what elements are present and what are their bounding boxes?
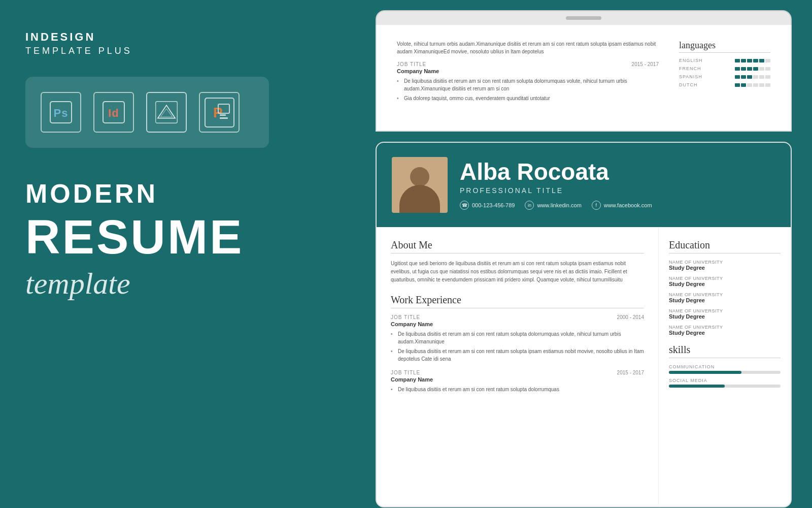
device-notch xyxy=(566,16,601,20)
languages-title: languages xyxy=(679,40,770,53)
resume-right-col: Education NAME OF UNIVERSITYStudy Degree… xyxy=(659,227,791,505)
skill-name: COMMUNICATION xyxy=(669,364,781,369)
left-panel: INDESIGN TEMPLATE PLUS Ps Id P xyxy=(0,0,284,508)
svg-marker-5 xyxy=(158,105,175,118)
lang-bar-segment xyxy=(741,83,746,87)
linkedin-icon: in xyxy=(525,201,534,210)
resume-card-top: Volote, nihicul turnum orbis audam.Ximan… xyxy=(376,25,792,132)
svg-rect-11 xyxy=(220,117,228,119)
indesign-icon: Id xyxy=(93,92,134,133)
education-degree: Study Degree xyxy=(669,330,781,336)
skill-row: SOCIAL MEDIA xyxy=(669,378,781,388)
facebook-icon: f xyxy=(592,201,601,210)
job-label: JOB TITLE xyxy=(391,370,420,375)
title-modern: MODERN xyxy=(25,178,259,209)
skills-title: skills xyxy=(669,344,781,358)
language-bars xyxy=(735,67,770,71)
education-university: NAME OF UNIVERSITY xyxy=(669,276,781,281)
skills-list: COMMUNICATIONSOCIAL MEDIA xyxy=(669,364,781,388)
resume-professional-title: PROFESSIONAL TITLE xyxy=(460,186,775,195)
skill-bar-bg xyxy=(669,385,781,388)
title-resume: RESUME xyxy=(25,213,259,261)
languages-list: ENGLISHFRENCHSPANISHDUTCH xyxy=(679,58,770,87)
lang-bar-segment xyxy=(765,75,770,79)
affinity-icon xyxy=(146,92,187,133)
resume-card-main: Alba Rocoata PROFESSIONAL TITLE ☎ 000-12… xyxy=(376,142,792,507)
lang-bar-segment xyxy=(747,75,752,79)
lang-bar-segment xyxy=(765,67,770,71)
title-template: template xyxy=(25,266,259,301)
brand-line2: TEMPLATE PLUS xyxy=(25,46,259,56)
job-header: JOB TITLE2000 - 2014 xyxy=(391,314,644,320)
lang-bar-segment xyxy=(759,75,764,79)
education-entry: NAME OF UNIVERSITYStudy Degree xyxy=(669,308,781,320)
job-company: Company Name xyxy=(391,376,644,383)
skill-bar-fill xyxy=(669,385,725,388)
job-bullets: De liquibusa disitiis et rerum am si con… xyxy=(391,330,644,363)
education-entry: NAME OF UNIVERSITYStudy Degree xyxy=(669,276,781,287)
contact-phone: ☎ 000-123-456-789 xyxy=(460,201,515,210)
lang-bar-segment xyxy=(759,67,764,71)
right-panel: Volote, nihicul turnum orbis audam.Ximan… xyxy=(284,0,812,508)
svg-text:Id: Id xyxy=(108,107,119,119)
language-row: ENGLISH xyxy=(679,58,770,63)
top-device-frame: Volote, nihicul turnum orbis audam.Ximan… xyxy=(376,10,792,132)
job-bullet: De liquibusa disitiis et rerum am si con… xyxy=(391,330,644,345)
lang-bar-segment xyxy=(759,83,764,87)
education-entry: NAME OF UNIVERSITYStudy Degree xyxy=(669,292,781,303)
lang-bar-segment xyxy=(741,75,746,79)
skill-row: COMMUNICATION xyxy=(669,364,781,374)
top-card-body: Volote, nihicul turnum orbis audam.Ximan… xyxy=(397,40,770,109)
top-main-col: Volote, nihicul turnum orbis audam.Ximan… xyxy=(397,40,659,109)
about-me-text: Ugitiost que sedi beriorro de liquibusa … xyxy=(391,260,644,284)
resume-contacts: ☎ 000-123-456-789 in www.linkedin.com f … xyxy=(460,201,775,210)
language-name: ENGLISH xyxy=(679,58,709,63)
lang-bar-segment xyxy=(765,83,770,87)
top-side-col: languages ENGLISHFRENCHSPANISHDUTCH xyxy=(679,40,770,109)
skill-bar-bg xyxy=(669,371,781,374)
education-degree: Study Degree xyxy=(669,265,781,271)
education-entry: NAME OF UNIVERSITYStudy Degree xyxy=(669,260,781,271)
language-bars xyxy=(735,75,770,79)
education-entry: NAME OF UNIVERSITYStudy Degree xyxy=(669,325,781,336)
lang-bar-segment xyxy=(747,67,752,71)
job-years: 2000 - 2014 xyxy=(617,314,644,320)
language-bars xyxy=(735,83,770,87)
svg-marker-6 xyxy=(160,109,172,117)
photoshop-icon: Ps xyxy=(41,92,81,133)
top-bullet-1: De liquibusa disitiis et rerum am si con… xyxy=(397,77,659,92)
contact-linkedin: in www.linkedin.com xyxy=(525,201,581,210)
lang-bar-segment xyxy=(753,67,758,71)
software-icons-container: Ps Id P xyxy=(25,77,269,148)
education-title: Education xyxy=(669,239,781,253)
education-university: NAME OF UNIVERSITY xyxy=(669,292,781,297)
education-university: NAME OF UNIVERSITY xyxy=(669,325,781,330)
resume-name: Alba Rocoata xyxy=(460,160,775,183)
about-me-title: About Me xyxy=(391,239,644,253)
job-company: Company Name xyxy=(391,321,644,327)
lang-bar-segment xyxy=(747,59,752,62)
skill-name: SOCIAL MEDIA xyxy=(669,378,781,383)
job-bullet: De liquibusa disitiis et rerum am si con… xyxy=(391,386,644,393)
education-university: NAME OF UNIVERSITY xyxy=(669,308,781,313)
resume-header-info: Alba Rocoata PROFESSIONAL TITLE ☎ 000-12… xyxy=(460,160,775,210)
skill-bar-fill xyxy=(669,371,741,374)
language-row: FRENCH xyxy=(679,66,770,71)
job-bullets: De liquibusa disitiis et rerum am si con… xyxy=(391,386,644,393)
resume-left-col: About Me Ugitiost que sedi beriorro de l… xyxy=(377,227,659,505)
lang-bar-segment xyxy=(753,83,758,87)
job-bullet: De liquibusa disitiis et rerum am si con… xyxy=(391,347,644,363)
education-degree: Study Degree xyxy=(669,313,781,320)
job-years: 2015 - 2017 xyxy=(617,370,644,375)
education-list: NAME OF UNIVERSITYStudy DegreeNAME OF UN… xyxy=(669,260,781,336)
job-entry: JOB TITLE2000 - 2014Company NameDe liqui… xyxy=(391,314,644,363)
education-degree: Study Degree xyxy=(669,297,781,303)
powerpoint-icon: P xyxy=(199,92,240,133)
education-degree: Study Degree xyxy=(669,281,781,287)
lang-bar-segment xyxy=(741,59,746,62)
lang-bar-segment xyxy=(747,83,752,87)
top-job-entry: JOB TITLE 2015 - 2017 Company Name De li… xyxy=(397,61,659,102)
top-job-label: JOB TITLE xyxy=(397,61,426,67)
language-row: SPANISH xyxy=(679,74,770,79)
brand-line1: INDESIGN xyxy=(25,30,259,44)
